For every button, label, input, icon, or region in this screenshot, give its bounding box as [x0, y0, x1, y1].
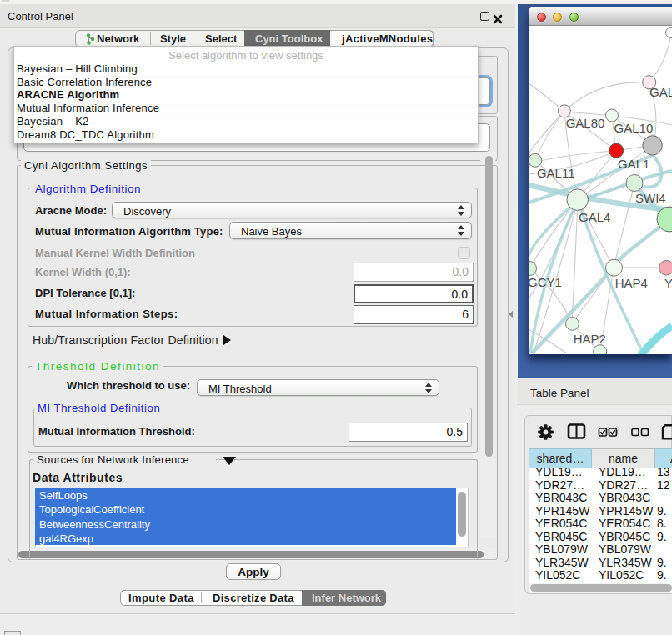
svg-text:SWI4: SWI4 [635, 191, 666, 205]
svg-text:GAL4: GAL4 [579, 210, 610, 224]
svg-text:GAL80: GAL80 [566, 116, 605, 130]
svg-text:HAP2: HAP2 [574, 332, 606, 346]
svg-text:GAL1: GAL1 [618, 157, 649, 171]
svg-text:GAL: GAL [649, 85, 672, 99]
svg-text:Y: Y [664, 276, 672, 290]
svg-text:GCY1: GCY1 [529, 275, 562, 289]
svg-text:GAL11: GAL11 [537, 166, 575, 180]
svg-text:HAP4: HAP4 [615, 276, 648, 290]
svg-text:GAL10: GAL10 [614, 121, 654, 135]
